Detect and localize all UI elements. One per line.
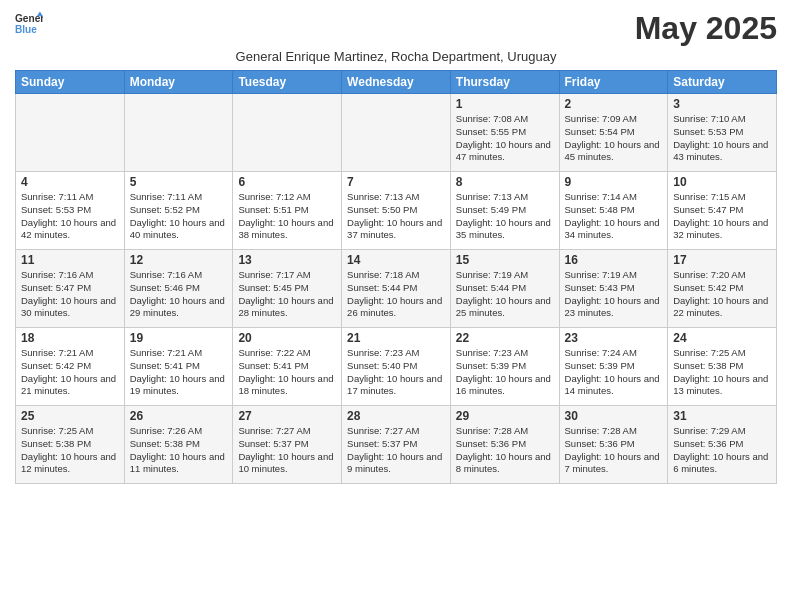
day-number: 27 <box>238 409 336 423</box>
day-number: 22 <box>456 331 554 345</box>
day-info: Sunrise: 7:19 AM Sunset: 5:44 PM Dayligh… <box>456 269 554 320</box>
day-info: Sunrise: 7:13 AM Sunset: 5:50 PM Dayligh… <box>347 191 445 242</box>
day-number: 2 <box>565 97 663 111</box>
calendar-cell: 25Sunrise: 7:25 AM Sunset: 5:38 PM Dayli… <box>16 406 125 484</box>
day-info: Sunrise: 7:11 AM Sunset: 5:52 PM Dayligh… <box>130 191 228 242</box>
day-number: 7 <box>347 175 445 189</box>
day-info: Sunrise: 7:28 AM Sunset: 5:36 PM Dayligh… <box>456 425 554 476</box>
logo-icon: General Blue <box>15 10 43 38</box>
day-number: 8 <box>456 175 554 189</box>
logo: General Blue <box>15 10 43 38</box>
calendar-cell: 22Sunrise: 7:23 AM Sunset: 5:39 PM Dayli… <box>450 328 559 406</box>
calendar-cell: 17Sunrise: 7:20 AM Sunset: 5:42 PM Dayli… <box>668 250 777 328</box>
day-number: 18 <box>21 331 119 345</box>
calendar-cell: 31Sunrise: 7:29 AM Sunset: 5:36 PM Dayli… <box>668 406 777 484</box>
day-number: 19 <box>130 331 228 345</box>
day-number: 17 <box>673 253 771 267</box>
calendar-cell: 13Sunrise: 7:17 AM Sunset: 5:45 PM Dayli… <box>233 250 342 328</box>
calendar-cell <box>342 94 451 172</box>
calendar-cell: 24Sunrise: 7:25 AM Sunset: 5:38 PM Dayli… <box>668 328 777 406</box>
day-number: 31 <box>673 409 771 423</box>
calendar-cell: 14Sunrise: 7:18 AM Sunset: 5:44 PM Dayli… <box>342 250 451 328</box>
calendar-cell: 1Sunrise: 7:08 AM Sunset: 5:55 PM Daylig… <box>450 94 559 172</box>
subtitle: General Enrique Martinez, Rocha Departme… <box>15 49 777 64</box>
calendar-table: Sunday Monday Tuesday Wednesday Thursday… <box>15 70 777 484</box>
day-number: 14 <box>347 253 445 267</box>
day-info: Sunrise: 7:08 AM Sunset: 5:55 PM Dayligh… <box>456 113 554 164</box>
day-number: 12 <box>130 253 228 267</box>
day-number: 23 <box>565 331 663 345</box>
calendar-cell: 23Sunrise: 7:24 AM Sunset: 5:39 PM Dayli… <box>559 328 668 406</box>
day-info: Sunrise: 7:27 AM Sunset: 5:37 PM Dayligh… <box>347 425 445 476</box>
day-info: Sunrise: 7:11 AM Sunset: 5:53 PM Dayligh… <box>21 191 119 242</box>
calendar-cell: 15Sunrise: 7:19 AM Sunset: 5:44 PM Dayli… <box>450 250 559 328</box>
day-info: Sunrise: 7:09 AM Sunset: 5:54 PM Dayligh… <box>565 113 663 164</box>
svg-text:Blue: Blue <box>15 24 37 35</box>
day-info: Sunrise: 7:20 AM Sunset: 5:42 PM Dayligh… <box>673 269 771 320</box>
day-number: 6 <box>238 175 336 189</box>
month-title: May 2025 <box>635 10 777 47</box>
calendar-body: 1Sunrise: 7:08 AM Sunset: 5:55 PM Daylig… <box>16 94 777 484</box>
day-number: 20 <box>238 331 336 345</box>
calendar-cell: 12Sunrise: 7:16 AM Sunset: 5:46 PM Dayli… <box>124 250 233 328</box>
col-sunday: Sunday <box>16 71 125 94</box>
day-info: Sunrise: 7:14 AM Sunset: 5:48 PM Dayligh… <box>565 191 663 242</box>
calendar-cell: 18Sunrise: 7:21 AM Sunset: 5:42 PM Dayli… <box>16 328 125 406</box>
day-info: Sunrise: 7:16 AM Sunset: 5:47 PM Dayligh… <box>21 269 119 320</box>
day-number: 13 <box>238 253 336 267</box>
calendar-cell: 29Sunrise: 7:28 AM Sunset: 5:36 PM Dayli… <box>450 406 559 484</box>
day-info: Sunrise: 7:23 AM Sunset: 5:40 PM Dayligh… <box>347 347 445 398</box>
day-number: 25 <box>21 409 119 423</box>
calendar-cell: 8Sunrise: 7:13 AM Sunset: 5:49 PM Daylig… <box>450 172 559 250</box>
day-number: 3 <box>673 97 771 111</box>
calendar-week-4: 25Sunrise: 7:25 AM Sunset: 5:38 PM Dayli… <box>16 406 777 484</box>
calendar-cell: 2Sunrise: 7:09 AM Sunset: 5:54 PM Daylig… <box>559 94 668 172</box>
calendar-cell: 27Sunrise: 7:27 AM Sunset: 5:37 PM Dayli… <box>233 406 342 484</box>
calendar-week-1: 4Sunrise: 7:11 AM Sunset: 5:53 PM Daylig… <box>16 172 777 250</box>
day-info: Sunrise: 7:21 AM Sunset: 5:41 PM Dayligh… <box>130 347 228 398</box>
page: General Blue May 2025 General Enrique Ma… <box>0 0 792 494</box>
day-number: 16 <box>565 253 663 267</box>
col-monday: Monday <box>124 71 233 94</box>
calendar-cell: 20Sunrise: 7:22 AM Sunset: 5:41 PM Dayli… <box>233 328 342 406</box>
day-info: Sunrise: 7:15 AM Sunset: 5:47 PM Dayligh… <box>673 191 771 242</box>
col-wednesday: Wednesday <box>342 71 451 94</box>
day-number: 21 <box>347 331 445 345</box>
day-info: Sunrise: 7:24 AM Sunset: 5:39 PM Dayligh… <box>565 347 663 398</box>
calendar-cell: 7Sunrise: 7:13 AM Sunset: 5:50 PM Daylig… <box>342 172 451 250</box>
day-number: 4 <box>21 175 119 189</box>
day-number: 30 <box>565 409 663 423</box>
day-number: 1 <box>456 97 554 111</box>
day-info: Sunrise: 7:10 AM Sunset: 5:53 PM Dayligh… <box>673 113 771 164</box>
calendar-cell <box>233 94 342 172</box>
day-number: 9 <box>565 175 663 189</box>
day-info: Sunrise: 7:21 AM Sunset: 5:42 PM Dayligh… <box>21 347 119 398</box>
day-info: Sunrise: 7:12 AM Sunset: 5:51 PM Dayligh… <box>238 191 336 242</box>
day-info: Sunrise: 7:17 AM Sunset: 5:45 PM Dayligh… <box>238 269 336 320</box>
calendar-cell: 21Sunrise: 7:23 AM Sunset: 5:40 PM Dayli… <box>342 328 451 406</box>
day-number: 24 <box>673 331 771 345</box>
day-info: Sunrise: 7:25 AM Sunset: 5:38 PM Dayligh… <box>21 425 119 476</box>
day-info: Sunrise: 7:18 AM Sunset: 5:44 PM Dayligh… <box>347 269 445 320</box>
calendar-cell: 26Sunrise: 7:26 AM Sunset: 5:38 PM Dayli… <box>124 406 233 484</box>
header-row: Sunday Monday Tuesday Wednesday Thursday… <box>16 71 777 94</box>
day-info: Sunrise: 7:23 AM Sunset: 5:39 PM Dayligh… <box>456 347 554 398</box>
header: General Blue May 2025 <box>15 10 777 47</box>
day-number: 10 <box>673 175 771 189</box>
day-info: Sunrise: 7:28 AM Sunset: 5:36 PM Dayligh… <box>565 425 663 476</box>
calendar-cell: 28Sunrise: 7:27 AM Sunset: 5:37 PM Dayli… <box>342 406 451 484</box>
day-info: Sunrise: 7:16 AM Sunset: 5:46 PM Dayligh… <box>130 269 228 320</box>
calendar-week-0: 1Sunrise: 7:08 AM Sunset: 5:55 PM Daylig… <box>16 94 777 172</box>
day-number: 15 <box>456 253 554 267</box>
col-thursday: Thursday <box>450 71 559 94</box>
calendar-cell: 30Sunrise: 7:28 AM Sunset: 5:36 PM Dayli… <box>559 406 668 484</box>
day-number: 29 <box>456 409 554 423</box>
day-number: 11 <box>21 253 119 267</box>
calendar-week-2: 11Sunrise: 7:16 AM Sunset: 5:47 PM Dayli… <box>16 250 777 328</box>
day-number: 26 <box>130 409 228 423</box>
day-info: Sunrise: 7:27 AM Sunset: 5:37 PM Dayligh… <box>238 425 336 476</box>
calendar-header: Sunday Monday Tuesday Wednesday Thursday… <box>16 71 777 94</box>
day-info: Sunrise: 7:22 AM Sunset: 5:41 PM Dayligh… <box>238 347 336 398</box>
calendar-cell: 19Sunrise: 7:21 AM Sunset: 5:41 PM Dayli… <box>124 328 233 406</box>
calendar-cell: 16Sunrise: 7:19 AM Sunset: 5:43 PM Dayli… <box>559 250 668 328</box>
